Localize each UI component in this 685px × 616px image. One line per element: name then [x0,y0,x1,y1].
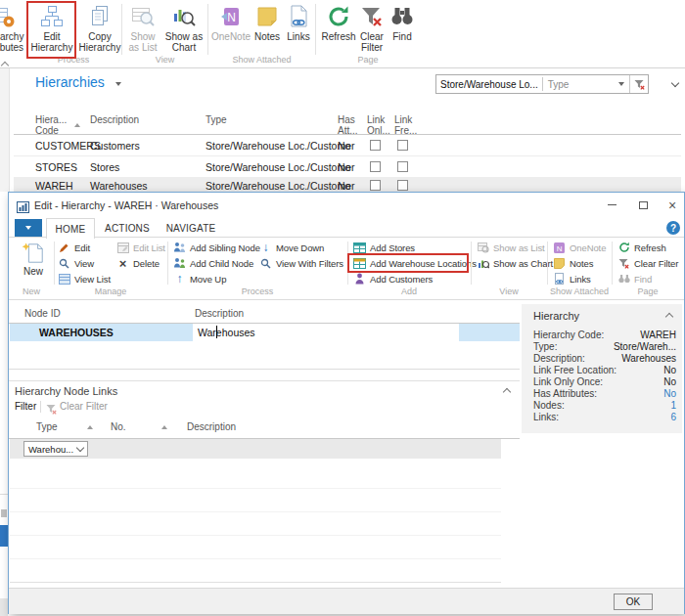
copy-hierarchy-button[interactable]: Copy Hierarchy [78,2,121,57]
minimize-button[interactable] [600,197,623,213]
button-label: Hierarchy Attributes [0,31,27,53]
edit-button[interactable]: Edit [58,240,90,255]
text-caret [216,326,217,338]
refresh-button[interactable]: Refresh [617,240,666,255]
svg-text:N: N [227,11,236,24]
application-menu-button[interactable] [15,219,42,237]
show-as-chart-button[interactable]: Show as Chart [477,255,553,271]
clear-filter-icon[interactable] [630,79,648,90]
checkbox-link-free[interactable] [397,140,408,151]
show-as-chart-button[interactable]: Show as Chart [162,2,206,57]
factbox-title[interactable]: Hierarchy [533,310,579,322]
warehouse-table-icon [353,257,366,270]
move-up-button[interactable]: ↑ Move Up [173,271,226,286]
clear-filter-icon [46,401,57,418]
collapse-page-chevron[interactable] [671,79,679,87]
filter-column[interactable]: Type [543,79,618,90]
page-title-dropdown-icon[interactable] [115,82,121,86]
description-edit-cell[interactable]: Warehouses [193,324,459,341]
filter-value[interactable]: Store/Warehouse Lo... [436,79,542,90]
maximize-button[interactable] [631,197,655,213]
checkbox-link-free[interactable] [397,180,408,191]
person-purple-icon [353,273,366,286]
clear-filter-button[interactable]: Clear Filter [617,255,678,271]
links-button[interactable]: Links [553,271,591,286]
column-header-type[interactable]: Type [36,421,58,432]
factbox-link[interactable]: No [663,388,676,399]
checkbox-link-free[interactable] [397,161,408,172]
ok-button[interactable]: OK [614,594,653,610]
add-stores-button[interactable]: Add Stores [353,240,415,255]
collapse-section-chevron[interactable] [503,388,511,396]
divider [471,242,472,285]
svg-text:N: N [557,243,563,252]
add-customers-button[interactable]: Add Customers [353,271,433,286]
table-row-selected[interactable]: WAREH Warehouses Store/Warehouse Loc./Cu… [14,178,681,192]
edit-list-button[interactable]: Edit List [116,240,165,255]
tab-navigate[interactable]: NAVIGATE [160,218,222,238]
checkbox-link-only[interactable] [370,140,381,151]
column-header-link-only[interactable]: LinkOnl... [367,114,390,136]
note-icon [256,2,278,31]
filter-column-dropdown-icon[interactable] [618,82,624,86]
onenote-button[interactable]: N OneNote [210,2,251,57]
node-link-row[interactable]: Warehou... [10,439,501,459]
find-button[interactable]: Find [388,2,417,57]
find-button[interactable]: Find [617,271,652,286]
column-header-has-attributes[interactable]: HasAtt... [338,114,358,136]
view-list-button[interactable]: View List [58,271,111,286]
tab-actions[interactable]: ACTIONS [99,218,156,238]
page-title[interactable]: Hierarchies [35,74,105,90]
hierarchy-attributes-button[interactable]: Hierarchy Attributes [0,2,27,57]
tab-home[interactable]: HOME [46,218,95,239]
refresh-button[interactable]: Refresh [319,2,358,57]
links-button[interactable]: Links [284,2,313,57]
column-header-type[interactable]: Type [206,114,227,125]
node-row-selected[interactable]: WAREHOUSES Warehouses [10,324,520,341]
column-header-node-id[interactable]: Node ID [24,308,61,319]
checkbox-link-only[interactable] [370,180,381,191]
column-header-description[interactable]: Description [90,114,139,125]
onenote-button[interactable]: N OneNote [553,240,606,255]
type-combo[interactable]: Warehou... [23,441,88,457]
table-row[interactable]: STORES Stores Store/Warehouse Loc./Custo… [14,156,681,178]
window-titlebar[interactable]: Edit - Hierarchy - WAREH · Warehouses × [9,193,684,218]
help-button[interactable]: ? [666,221,680,235]
checkbox-link-only[interactable] [370,161,381,172]
add-warehouse-locations-button[interactable]: Add Warehouse Locations [353,255,477,271]
collapse-factbox-chevron[interactable] [665,313,673,321]
add-sibling-node-button[interactable]: Add Sibling Node [173,240,260,255]
add-child-node-button[interactable]: Add Child Node [173,255,253,271]
move-down-button[interactable]: ↓ Move Down [259,240,324,255]
factbox-link[interactable]: 1 [670,400,676,411]
notes-button[interactable]: Notes [251,2,283,57]
edit-hierarchy-button[interactable]: Edit Hierarchy [27,2,76,57]
node-links-section-header[interactable]: Hierarchy Node Links [9,380,520,398]
column-header-link-free[interactable]: LinkFre... [394,114,417,136]
notes-button[interactable]: Notes [553,255,593,271]
node-links-filter-bar: Filter Clear Filter [9,399,520,415]
clear-filter-button[interactable]: Clear Filter [356,2,388,57]
column-header-description[interactable]: Description [187,421,236,432]
factbox-link[interactable]: 6 [670,412,676,422]
column-header-code[interactable]: Hiera...Code [35,114,67,136]
show-as-list-button[interactable]: Show as List [124,2,161,57]
delete-x-icon: × [116,257,129,270]
delete-button[interactable]: × Delete [116,255,160,271]
filter-box[interactable]: Store/Warehouse Lo... Type [435,74,649,94]
magnifier-icon [259,257,272,270]
copy-icon [87,2,113,31]
view-button[interactable]: View [58,255,94,271]
clear-filter-label[interactable]: Clear Filter [60,401,108,412]
filter-label[interactable]: Filter [15,401,36,412]
view-with-filters-button[interactable]: View With Filters [259,255,343,271]
hierarchy-factbox: Hierarchy Hierarchy Code:WAREH Type:Stor… [522,304,682,433]
new-button[interactable]: New [17,241,50,286]
column-header-description[interactable]: Description [195,308,244,319]
table-row[interactable]: CUSTOMERS Customers Store/Warehouse Loc.… [14,135,681,156]
column-header-no[interactable]: No. [111,421,126,432]
show-as-list-button[interactable]: Show as List [477,240,545,255]
splitter[interactable] [9,369,520,370]
close-button[interactable]: × [661,197,684,213]
window-chart-icon [17,199,29,217]
